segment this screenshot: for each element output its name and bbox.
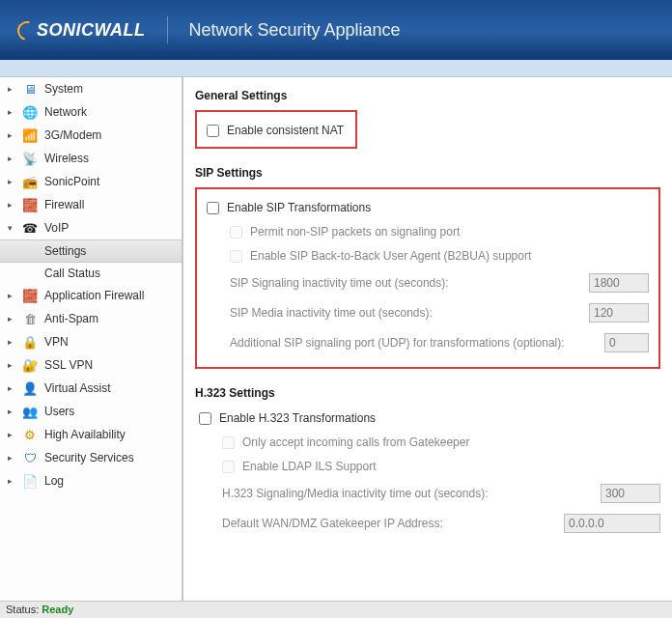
sidebar-item-3gmodem[interactable]: 📶 3G/Modem — [0, 124, 182, 147]
expand-icon — [8, 200, 17, 210]
expand-icon — [8, 130, 17, 140]
sidebar-label: VoIP — [44, 221, 69, 235]
expand-icon — [8, 107, 17, 117]
sidebar-label: Application Firewall — [44, 289, 144, 302]
expand-icon — [8, 314, 17, 323]
label-permit-nonsip: Permit non-SIP packets on signaling port — [250, 225, 460, 239]
expand-icon — [8, 154, 17, 163]
sidebar-label: Virtual Assist — [44, 381, 110, 395]
status-prefix: Status: — [6, 604, 39, 615]
section-h323: H.323 Settings Enable H.323 Transformati… — [195, 386, 660, 540]
content-area: 🖥 System 🌐 Network 📶 3G/Modem 📡 Wireless… — [0, 77, 672, 601]
section-general: General Settings Enable consistent NAT — [195, 89, 660, 149]
expand-icon — [8, 291, 17, 300]
sidebar-sub-call-status[interactable]: Call Status — [0, 263, 182, 284]
ssl-badge-icon: 🔐 — [21, 357, 39, 373]
log-book-icon: 📄 — [21, 473, 39, 489]
header-toolbar — [0, 60, 672, 77]
checkbox-h323-transform[interactable] — [199, 412, 211, 425]
section-title-general: General Settings — [195, 89, 660, 102]
modem-icon: 📶 — [21, 127, 39, 143]
app-firewall-icon: 🧱 — [21, 288, 39, 303]
app-header: SONICWALL Network Security Appliance — [0, 0, 672, 60]
expand-icon — [8, 84, 17, 94]
brick-wall-icon: 🧱 — [21, 197, 39, 212]
expand-icon — [8, 476, 17, 486]
expand-icon — [8, 383, 17, 393]
sidebar-sub-settings[interactable]: Settings — [0, 239, 182, 263]
field-sip-transform: Enable SIP Transformations — [207, 197, 649, 221]
main-panel: General Settings Enable consistent NAT S… — [183, 77, 672, 601]
status-value: Ready — [42, 604, 73, 615]
sidebar-item-voip[interactable]: ☎ VoIP — [0, 216, 182, 239]
trash-icon: 🗑 — [21, 311, 39, 326]
expand-icon — [8, 430, 17, 439]
checkbox-sip-transform[interactable] — [207, 202, 219, 214]
highlight-box-general: Enable consistent NAT — [195, 110, 357, 149]
checkbox-only-gatekeeper[interactable] — [222, 436, 235, 449]
label-h323-timeout: H.323 Signaling/Media inactivity time ou… — [222, 487, 488, 500]
label-sip-transform: Enable SIP Transformations — [227, 201, 371, 214]
access-point-icon: 📻 — [21, 174, 39, 189]
label-sip-sig-timeout: SIP Signaling inactivity time out (secon… — [230, 276, 449, 290]
sidebar-item-sonicpoint[interactable]: 📻 SonicPoint — [0, 170, 182, 193]
section-sip: SIP Settings Enable SIP Transformations … — [195, 166, 660, 369]
field-h323-transform: Enable H.323 Transformations — [199, 407, 660, 432]
input-sip-media-timeout[interactable] — [589, 303, 649, 323]
label-b2bua: Enable SIP Back-to-Back User Agent (B2BU… — [250, 249, 531, 263]
row-sip-extra-port: Additional SIP signaling port (UDP) for … — [207, 329, 649, 359]
row-sip-sig-timeout: SIP Signaling inactivity time out (secon… — [207, 269, 649, 299]
expand-icon — [8, 177, 17, 186]
section-title-h323: H.323 Settings — [195, 386, 660, 400]
sidebar-sub-label: Settings — [44, 244, 86, 258]
checkbox-b2bua[interactable] — [230, 250, 242, 263]
sidebar-item-firewall[interactable]: 🧱 Firewall — [0, 193, 182, 216]
field-b2bua: Enable SIP Back-to-Back User Agent (B2BU… — [207, 245, 649, 269]
antenna-icon: 📡 — [21, 151, 39, 166]
h323-body: Enable H.323 Transformations Only accept… — [195, 407, 660, 540]
sidebar-label: Log — [44, 474, 64, 488]
sidebar-label: Wireless — [44, 152, 89, 165]
checkbox-permit-nonsip[interactable] — [230, 226, 242, 239]
sidebar-label: System — [44, 82, 83, 96]
sidebar-item-vpn[interactable]: 🔒 VPN — [0, 330, 182, 353]
sidebar-label: SonicPoint — [44, 175, 99, 188]
section-title-sip: SIP Settings — [195, 166, 660, 180]
input-h323-timeout[interactable] — [601, 484, 660, 503]
input-sip-extra-port[interactable] — [604, 333, 649, 352]
label-sip-media-timeout: SIP Media inactivity time out (seconds): — [230, 306, 433, 320]
sidebar-item-system[interactable]: 🖥 System — [0, 77, 182, 100]
sidebar-item-high-availability[interactable]: ⚙ High Availability — [0, 423, 182, 446]
brand-swoosh-icon — [17, 21, 35, 39]
label-gatekeeper-ip: Default WAN/DMZ Gatekeeper IP Address: — [222, 517, 443, 530]
sidebar-item-wireless[interactable]: 📡 Wireless — [0, 147, 182, 170]
expand-icon — [8, 337, 17, 347]
users-icon: 👥 — [21, 404, 39, 419]
highlight-box-sip: Enable SIP Transformations Permit non-SI… — [195, 187, 660, 369]
sidebar-label: SSL VPN — [44, 358, 93, 372]
sidebar-item-users[interactable]: 👥 Users — [0, 400, 182, 423]
label-only-gatekeeper: Only accept incoming calls from Gatekeep… — [242, 435, 469, 449]
input-sip-sig-timeout[interactable] — [589, 273, 649, 293]
checkbox-ldap-ils[interactable] — [222, 461, 235, 473]
input-gatekeeper-ip[interactable] — [564, 514, 660, 533]
header-divider — [167, 16, 168, 43]
globe-icon: 🌐 — [21, 104, 39, 120]
sidebar-item-log[interactable]: 📄 Log — [0, 469, 182, 492]
sidebar-item-network[interactable]: 🌐 Network — [0, 100, 182, 124]
sidebar-label: Network — [44, 105, 87, 119]
sidebar-label: High Availability — [44, 428, 126, 441]
field-permit-nonsip: Permit non-SIP packets on signaling port — [207, 221, 649, 245]
checkbox-consistent-nat[interactable] — [207, 125, 219, 137]
sidebar-label: Anti-Spam — [44, 312, 98, 325]
sidebar-item-security-services[interactable]: 🛡 Security Services — [0, 446, 182, 469]
lock-network-icon: 🔒 — [21, 334, 39, 350]
sidebar-item-ssl-vpn[interactable]: 🔐 SSL VPN — [0, 353, 182, 377]
sidebar-label: Security Services — [44, 451, 134, 464]
sidebar-item-virtual-assist[interactable]: 👤 Virtual Assist — [0, 377, 182, 400]
sidebar-item-application-firewall[interactable]: 🧱 Application Firewall — [0, 284, 182, 307]
row-sip-media-timeout: SIP Media inactivity time out (seconds): — [207, 299, 649, 329]
ha-icon: ⚙ — [21, 427, 39, 442]
sidebar-item-anti-spam[interactable]: 🗑 Anti-Spam — [0, 307, 182, 330]
status-bar: Status: Ready — [0, 601, 672, 618]
